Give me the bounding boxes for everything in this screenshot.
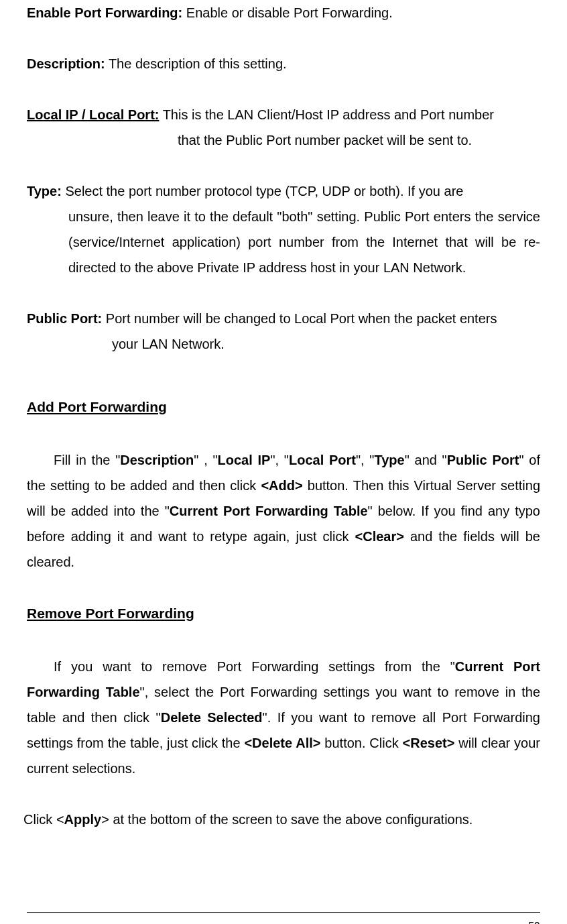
definition-text: Enable or disable Port Forwarding.	[182, 5, 393, 20]
definition-description: Description: The description of this set…	[27, 51, 540, 76]
definition-type: Type: Select the port number protocol ty…	[27, 178, 540, 280]
definition-line: Type: Select the port number protocol ty…	[27, 178, 540, 204]
term-description: Description	[120, 453, 194, 467]
paragraph-remove: If you want to remove Port Forwarding se…	[27, 654, 540, 781]
definition-line: Public Port: Port number will be changed…	[27, 306, 540, 331]
definition-label: Type:	[27, 184, 62, 198]
button-add: <Add>	[261, 478, 302, 493]
button-delete-selected: Delete Selected	[161, 710, 263, 725]
heading-remove-port-forwarding: Remove Port Forwarding	[27, 600, 540, 627]
definition-local-ip-port: Local IP / Local Port: This is the LAN C…	[27, 102, 540, 153]
definition-text: The description of this setting.	[105, 56, 287, 71]
paragraph-apply: Click <Apply> at the bottom of the scree…	[23, 807, 540, 832]
button-apply: Apply	[64, 812, 102, 827]
page-number: 59	[27, 913, 540, 924]
button-reset: <Reset>	[403, 736, 455, 750]
term-forwarding-table: Current Port Forwarding Table	[170, 504, 368, 518]
paragraph-add: Fill in the "Description" , "Local IP", …	[27, 447, 540, 575]
definition-public-port: Public Port: Port number will be changed…	[27, 306, 540, 357]
definition-text: Port number will be changed to Local Por…	[102, 311, 497, 326]
term-type: Type	[374, 453, 404, 467]
definition-label: Public Port:	[27, 311, 102, 326]
definition-text: This is the LAN Client/Host IP address a…	[159, 107, 494, 122]
definition-continuation: your LAN Network.	[27, 331, 540, 357]
definition-enable-port-forwarding: Enable Port Forwarding: Enable or disabl…	[27, 0, 540, 25]
definition-label: Local IP / Local Port:	[27, 107, 159, 122]
button-clear: <Clear>	[355, 529, 404, 544]
heading-add-port-forwarding: Add Port Forwarding	[27, 394, 540, 420]
definition-continuation: unsure, then leave it to the default "bo…	[27, 204, 540, 280]
term-public-port: Public Port	[447, 453, 519, 467]
definition-label: Enable Port Forwarding:	[27, 5, 182, 20]
definition-line: Local IP / Local Port: This is the LAN C…	[27, 102, 540, 127]
definition-text: Select the port number protocol type (TC…	[62, 184, 464, 198]
button-delete-all: <Delete All>	[244, 736, 320, 750]
term-local-port: Local Port	[289, 453, 356, 467]
definition-label: Description:	[27, 56, 105, 71]
term-local-ip: Local IP	[218, 453, 271, 467]
definition-continuation: that the Public Port number packet will …	[27, 127, 540, 153]
